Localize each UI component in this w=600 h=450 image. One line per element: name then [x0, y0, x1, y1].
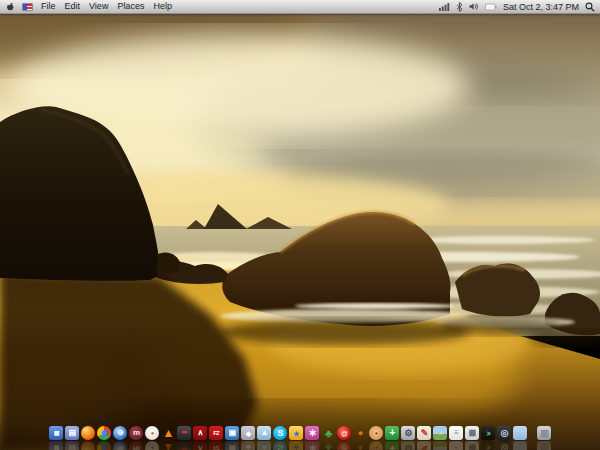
bluetooth-icon[interactable]: [456, 2, 463, 12]
text-editor-icon-reflection: ▤: [65, 441, 79, 450]
camera-app-icon[interactable]: ◎: [497, 426, 511, 440]
trash-icon-reflection: ▥: [537, 441, 551, 450]
document-icon-reflection: ≡: [449, 441, 463, 450]
vlc-icon[interactable]: ▲: [161, 426, 175, 440]
utility-icon[interactable]: ◆: [241, 426, 255, 440]
messenger-icon[interactable]: ★: [289, 426, 303, 440]
terminal-icon-reflection: >: [481, 441, 495, 450]
media-swirl-icon[interactable]: @: [337, 426, 351, 440]
writer-quill-icon[interactable]: ✒: [177, 426, 191, 440]
dock: ▮▮▮▮▤▤◉◉⊕⊕mm●●▲▲✒✒∧∧FZFZ▣▣◆◆▲▲SS★★∗∗♣♣@@…: [0, 426, 600, 450]
photo-icon[interactable]: ☀: [433, 426, 447, 440]
web-globe-icon[interactable]: ⊕: [113, 426, 127, 440]
battery-icon[interactable]: [485, 3, 497, 11]
input-language-flag-icon[interactable]: [22, 3, 33, 11]
vlc-icon-reflection: ▲: [161, 441, 175, 450]
file-manager-icon-reflection: ▮▮: [49, 441, 63, 450]
apple-menu-icon[interactable]: [5, 1, 15, 12]
photo-icon-reflection: ☀: [433, 441, 447, 450]
green-buddy-icon-reflection: ♣: [321, 441, 335, 450]
web-globe-icon-reflection: ⊕: [113, 441, 127, 450]
menu-places[interactable]: Places: [116, 0, 145, 13]
menu-file[interactable]: File: [40, 0, 57, 13]
volume-icon[interactable]: [469, 2, 479, 11]
file-manager-icon[interactable]: ▮▮: [49, 426, 63, 440]
notepad-icon-reflection: ▦: [465, 441, 479, 450]
document-icon[interactable]: ≡: [449, 426, 463, 440]
design-pencils-icon[interactable]: ✎: [417, 426, 431, 440]
spotlight-search-icon[interactable]: [585, 2, 595, 12]
terminal-icon[interactable]: >: [481, 426, 495, 440]
filezilla-icon-reflection: FZ: [209, 441, 223, 450]
green-tools-icon[interactable]: +: [385, 426, 399, 440]
design-pencils-icon-reflection: ✎: [417, 441, 431, 450]
folder-icon[interactable]: [513, 426, 527, 440]
utility-icon-reflection: ◆: [241, 441, 255, 450]
menubar-clock[interactable]: Sat Oct 2, 3:47 PM: [503, 2, 579, 12]
menu-help[interactable]: Help: [152, 0, 173, 13]
writer-quill-icon-reflection: ✒: [177, 441, 191, 450]
media-swirl-icon-reflection: @: [337, 441, 351, 450]
menu-view[interactable]: View: [88, 0, 109, 13]
green-buddy-icon[interactable]: ♣: [321, 426, 335, 440]
menubar: File Edit View Places Help: [0, 0, 600, 14]
notepad-icon[interactable]: ▦: [465, 426, 479, 440]
folder-icon-reflection: [513, 441, 527, 450]
graphics-flower-icon-reflection: ∗: [305, 441, 319, 450]
music-app-icon[interactable]: ●: [145, 426, 159, 440]
image-viewer-icon-reflection: ▣: [225, 441, 239, 450]
trash-icon[interactable]: ▥: [537, 426, 551, 440]
adobe-reader-icon-reflection: ∧: [193, 441, 207, 450]
chrome-icon-reflection: ◉: [97, 441, 111, 450]
menu-edit[interactable]: Edit: [64, 0, 82, 13]
orange-app-icon[interactable]: ●: [353, 426, 367, 440]
firefox-icon-reflection: [81, 441, 95, 450]
firefox-icon[interactable]: [81, 426, 95, 440]
panda-icon[interactable]: ••: [369, 426, 383, 440]
adobe-reader-icon[interactable]: ∧: [193, 426, 207, 440]
skype-icon-reflection: S: [273, 441, 287, 450]
panda-icon-reflection: ••: [369, 441, 383, 450]
orange-app-icon-reflection: ●: [353, 441, 367, 450]
filezilla-icon[interactable]: FZ: [209, 426, 223, 440]
camera-app-icon-reflection: ◎: [497, 441, 511, 450]
system-gears-icon[interactable]: ⚙: [401, 426, 415, 440]
sailing-app-icon[interactable]: ▲: [257, 426, 271, 440]
messenger-icon-reflection: ★: [289, 441, 303, 450]
signal-strength-icon[interactable]: [439, 2, 450, 11]
chrome-icon[interactable]: ◉: [97, 426, 111, 440]
system-gears-icon-reflection: ⚙: [401, 441, 415, 450]
desktop-wallpaper: [0, 14, 600, 450]
sailing-app-icon-reflection: ▲: [257, 441, 271, 450]
desktop: File Edit View Places Help: [0, 0, 600, 450]
green-tools-icon-reflection: +: [385, 441, 399, 450]
skype-icon[interactable]: S: [273, 426, 287, 440]
mplayer-icon-reflection: m: [129, 441, 143, 450]
music-app-icon-reflection: ●: [145, 441, 159, 450]
text-editor-icon[interactable]: ▤: [65, 426, 79, 440]
graphics-flower-icon[interactable]: ∗: [305, 426, 319, 440]
mplayer-icon[interactable]: m: [129, 426, 143, 440]
image-viewer-icon[interactable]: ▣: [225, 426, 239, 440]
